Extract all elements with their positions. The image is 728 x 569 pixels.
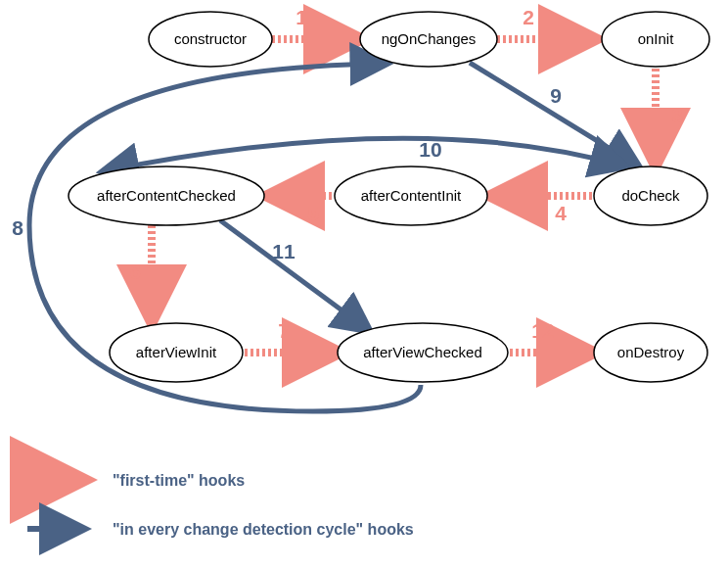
node-constructor: constructor [149,12,272,67]
svg-text:6: 6 [129,261,141,283]
legend-first-time: "first-time" hooks [27,472,245,489]
svg-text:10: 10 [419,138,441,161]
node-afterContentInit: afterContentInit [335,166,487,225]
node-onDestroy: onDestroy [594,323,707,382]
edge-6: 6 [129,225,152,323]
svg-text:afterContentInit: afterContentInit [361,187,462,204]
edge-7: 7 [245,319,341,353]
svg-text:onDestroy: onDestroy [617,344,685,360]
svg-text:7: 7 [278,319,290,342]
svg-text:3: 3 [671,104,683,126]
svg-text:1: 1 [296,6,307,28]
node-onInit: onInit [602,12,709,67]
svg-text:5: 5 [307,202,319,224]
svg-text:doCheck: doCheck [621,187,680,204]
svg-text:2: 2 [523,6,534,28]
edge-1: 1 [272,6,362,39]
svg-text:"first-time" hooks: "first-time" hooks [113,472,245,489]
svg-text:9: 9 [550,84,562,107]
svg-text:onInit: onInit [638,30,675,47]
svg-text:8: 8 [12,216,23,239]
svg-text:"in every change detection cyc: "in every change detection cycle" hooks [113,521,414,538]
node-afterViewChecked: afterViewChecked [338,323,508,382]
node-afterViewInit: afterViewInit [110,323,243,382]
edge-5: 5 [266,196,338,224]
svg-text:afterContentChecked: afterContentChecked [97,187,236,204]
node-afterContentChecked: afterContentChecked [68,166,264,225]
legend: "first-time" hooks "in every change dete… [27,472,414,538]
edge-11: 11 [220,220,370,331]
edge-4: 4 [489,196,592,224]
node-doCheck: doCheck [594,166,707,225]
edge-2: 2 [497,6,597,39]
edge-3: 3 [656,69,683,166]
lifecycle-diagram: 1 2 3 4 5 6 7 12 8 9 [0,0,728,569]
edge-12: 12 [504,319,595,353]
svg-text:ngOnChanges: ngOnChanges [382,30,477,47]
svg-text:constructor: constructor [174,30,247,47]
svg-text:afterViewChecked: afterViewChecked [363,344,481,360]
svg-text:11: 11 [272,240,296,262]
svg-text:4: 4 [555,202,567,224]
svg-text:12: 12 [531,319,554,342]
node-ngOnChanges: ngOnChanges [360,12,497,67]
svg-text:afterViewInit: afterViewInit [136,344,217,360]
legend-every-cycle: "in every change detection cycle" hooks [27,521,414,538]
